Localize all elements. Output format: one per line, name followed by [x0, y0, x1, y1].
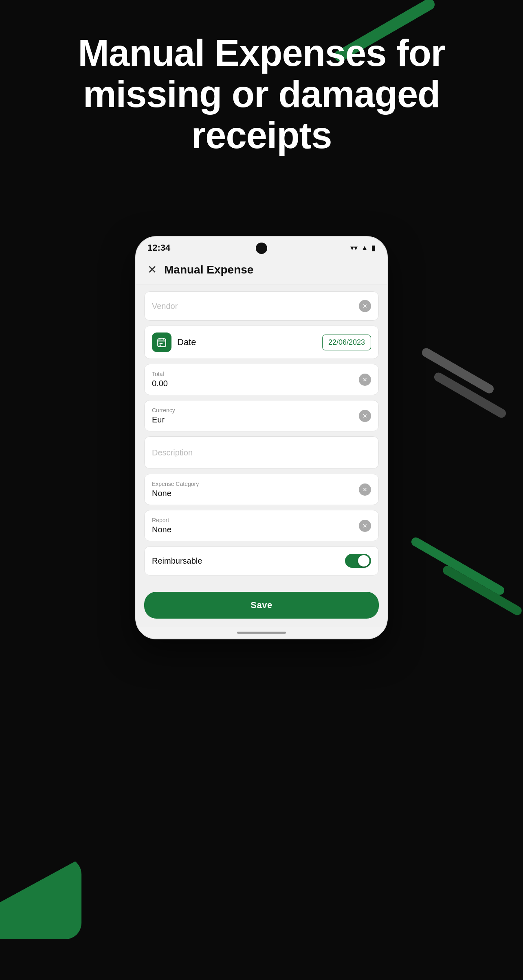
svg-rect-6 [160, 344, 161, 346]
currency-field[interactable]: Currency Eur [144, 400, 379, 431]
home-bar [237, 632, 286, 634]
svg-rect-4 [160, 343, 161, 344]
report-clear-button[interactable] [359, 520, 371, 532]
description-field[interactable]: Description [144, 436, 379, 469]
date-left: Date [152, 332, 196, 352]
currency-clear-button[interactable] [359, 410, 371, 422]
phone-mockup: 12:34 ▾▾ ▲ ▮ ✕ Manual Expense Vendor [135, 236, 388, 639]
vendor-clear-button[interactable] [359, 300, 371, 312]
total-value: 0.00 [152, 379, 359, 388]
reimbursable-label: Reimbursable [152, 556, 202, 566]
vendor-field-inner: Vendor [152, 302, 359, 311]
currency-label: Currency [152, 407, 359, 413]
bg-decoration-slash-mid2 [433, 371, 508, 419]
reimbursable-toggle[interactable] [345, 554, 371, 568]
camera-notch [256, 243, 267, 254]
hero-section: Manual Expenses for missing or damaged r… [0, 33, 523, 156]
phone-screen: 12:34 ▾▾ ▲ ▮ ✕ Manual Expense Vendor [135, 236, 388, 639]
save-button[interactable]: Save [144, 592, 379, 619]
status-icons: ▾▾ ▲ ▮ [350, 243, 376, 252]
vendor-placeholder: Vendor [152, 302, 178, 311]
page-title: Manual Expense [164, 263, 253, 276]
expense-category-clear-button[interactable] [359, 483, 371, 496]
home-indicator [136, 627, 387, 639]
expense-category-value: None [152, 489, 359, 498]
currency-value: Eur [152, 415, 359, 424]
report-inner: Report None [152, 517, 359, 534]
calendar-icon [152, 332, 171, 352]
status-time: 12:34 [147, 243, 170, 253]
bg-decoration-corner-bottom [0, 858, 81, 939]
total-field[interactable]: Total 0.00 [144, 364, 379, 395]
app-header: ✕ Manual Expense [136, 256, 387, 285]
status-bar: 12:34 ▾▾ ▲ ▮ [136, 237, 387, 256]
report-label: Report [152, 517, 359, 523]
reimbursable-field[interactable]: Reimbursable [144, 546, 379, 575]
bg-decoration-slash-mid [420, 346, 495, 395]
expense-category-label: Expense Category [152, 481, 359, 487]
total-label: Total [152, 371, 359, 377]
date-label: Date [177, 337, 196, 348]
total-field-inner: Total 0.00 [152, 371, 359, 388]
toggle-knob [358, 555, 369, 567]
date-value[interactable]: 22/06/2023 [322, 335, 371, 350]
bg-decoration-slash-bottom2 [441, 564, 523, 617]
expense-category-field[interactable]: Expense Category None [144, 474, 379, 505]
date-field[interactable]: Date 22/06/2023 [144, 326, 379, 359]
expense-category-inner: Expense Category None [152, 481, 359, 498]
save-section: Save [136, 588, 387, 627]
bg-decoration-slash-bottom [410, 536, 506, 596]
svg-rect-0 [158, 339, 166, 347]
signal-icon: ▲ [361, 244, 368, 252]
wifi-icon: ▾▾ [350, 243, 358, 252]
report-field[interactable]: Report None [144, 510, 379, 541]
hero-title: Manual Expenses for missing or damaged r… [41, 33, 482, 156]
battery-icon: ▮ [371, 243, 376, 252]
close-button[interactable]: ✕ [147, 263, 157, 276]
vendor-field[interactable]: Vendor [144, 291, 379, 321]
description-placeholder: Description [152, 448, 193, 457]
total-clear-button[interactable] [359, 374, 371, 386]
svg-rect-5 [161, 343, 163, 344]
form-area: Vendor [136, 285, 387, 588]
report-value: None [152, 525, 359, 534]
currency-field-inner: Currency Eur [152, 407, 359, 424]
